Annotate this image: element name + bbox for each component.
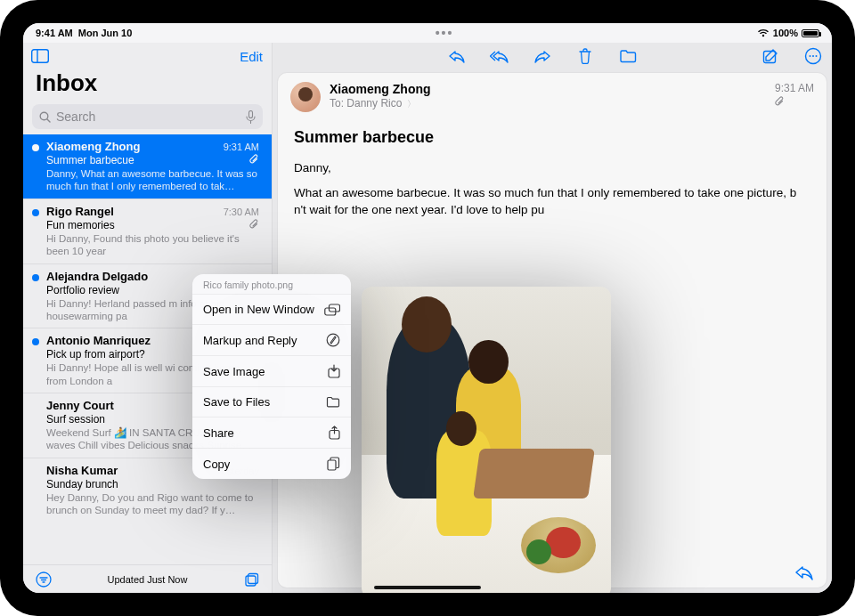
screen: 9:41 AM Mon Jun 10 ••• 100% Edit	[23, 23, 832, 593]
ctx-save-to-files[interactable]: Save to Files	[192, 386, 351, 417]
context-menu-title: Rico family photo.png	[192, 274, 351, 295]
wifi-icon	[757, 28, 770, 37]
clock: 9:41 AM	[36, 28, 73, 38]
svg-point-15	[327, 334, 339, 346]
ctx-open-new-window[interactable]: Open in New Window	[192, 295, 351, 324]
share-icon	[329, 426, 340, 440]
battery-icon	[802, 29, 819, 37]
status-bar: 9:41 AM Mon Jun 10 ••• 100%	[23, 23, 832, 43]
multitask-handle[interactable]: •••	[132, 27, 757, 39]
copy-icon	[327, 457, 340, 471]
status-left: 9:41 AM Mon Jun 10	[36, 28, 132, 38]
ipad-device: 9:41 AM Mon Jun 10 ••• 100% Edit	[0, 0, 855, 616]
ctx-item-label: Save Image	[203, 365, 265, 378]
attachment-preview[interactable]	[362, 287, 611, 593]
context-menu: Rico family photo.png Open in New Window…	[192, 274, 351, 479]
mail-app: Edit Inbox Search Xiaomeng Zhong9:31 AM …	[23, 43, 832, 593]
ctx-item-label: Markup and Reply	[203, 334, 297, 347]
home-indicator[interactable]	[374, 586, 481, 589]
ctx-item-label: Open in New Window	[203, 303, 314, 316]
svg-rect-18	[328, 460, 336, 470]
ctx-markup-reply[interactable]: Markup and Reply	[192, 324, 351, 355]
status-right: 100%	[757, 28, 819, 38]
open-new-window-icon	[324, 304, 340, 316]
ctx-copy[interactable]: Copy	[192, 448, 351, 479]
ctx-item-label: Share	[203, 426, 234, 440]
markup-icon	[326, 333, 340, 347]
ctx-share[interactable]: Share	[192, 417, 351, 448]
ctx-item-label: Save to Files	[203, 395, 270, 409]
folder-icon	[326, 396, 340, 408]
ctx-save-image[interactable]: Save Image	[192, 355, 351, 386]
save-image-icon	[328, 364, 340, 378]
battery-percent: 100%	[773, 28, 798, 38]
attachment-image	[362, 287, 611, 593]
status-date: Mon Jun 10	[78, 28, 133, 38]
multitask-dots-icon: •••	[436, 27, 454, 39]
ctx-item-label: Copy	[203, 458, 230, 471]
